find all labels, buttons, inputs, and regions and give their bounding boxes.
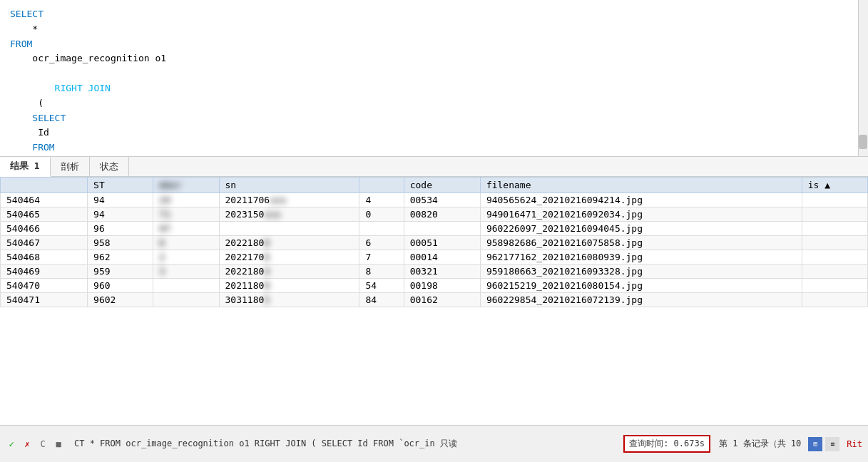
cell-st: 94 [88, 207, 153, 222]
cell-sn2 [359, 222, 404, 236]
table-row: 540469 959 3 20221804 8 00321 959180663_… [1, 265, 868, 279]
cell-mber: 3 [153, 265, 219, 279]
editor-scrollbar[interactable] [858, 0, 868, 156]
cell-filename: 949016471_20210216092034.jpg [480, 207, 802, 222]
col-blank [359, 178, 404, 193]
cell-mber: 97 [153, 222, 219, 236]
cell-code: 00162 [404, 293, 480, 307]
cell-sn2: 0 [359, 207, 404, 222]
results-area: ST mber sn code filename is ▲ 540464 94 … [0, 177, 868, 425]
sql-from-keyword: FROM [10, 38, 32, 49]
cell-mber: 24 [153, 193, 219, 207]
tab-profiling[interactable]: 剖析 [51, 157, 90, 176]
table-wrapper[interactable]: ST mber sn code filename is ▲ 540464 94 … [0, 177, 868, 425]
results-table: ST mber sn code filename is ▲ 540464 94 … [0, 177, 868, 307]
tab-status[interactable]: 状态 [90, 157, 129, 176]
page-info: 第 1 条记录（共 10 [719, 438, 801, 450]
table-row: 540465 94 71 2023150xxx 0 00820 94901647… [1, 207, 868, 222]
cell-filename: 960229854_20210216072139.jpg [480, 293, 802, 307]
status-bar: ✓ ✗ C ■ CT * FROM ocr_image_recognition … [0, 425, 868, 462]
col-is: is ▲ [802, 178, 867, 193]
cell-code: 00014 [404, 250, 480, 265]
grid-view-icon[interactable]: ⊞ [808, 437, 822, 451]
cell-is [802, 279, 867, 293]
cell-st: 962 [88, 250, 153, 265]
tab-results[interactable]: 结果 1 [0, 158, 51, 177]
cell-is [802, 222, 867, 236]
cell-sn2: 84 [359, 293, 404, 307]
cell-mber: 71 [153, 207, 219, 222]
cell-row-num: 540468 [1, 250, 88, 265]
sql-right-join-keyword: RIGHT JOIN [32, 83, 111, 93]
table-row: 540470 960 20211800 54 00198 960215219_2… [1, 279, 868, 293]
cell-filename: 959180663_20210216093328.jpg [480, 265, 802, 279]
cell-sn: 2023150xxx [219, 207, 359, 222]
cell-code: 00051 [404, 236, 480, 250]
cell-row-num: 540464 [1, 193, 88, 207]
cell-mber: 6 [153, 236, 219, 250]
cell-code: 00820 [404, 207, 480, 222]
table-row: 540471 9602 30311805 84 00162 960229854_… [1, 293, 868, 307]
cell-sn2: 7 [359, 250, 404, 265]
sql-editor: SELECT * FROM ocr_image_recognition o1 R… [0, 0, 868, 157]
table-row: 540468 962 2 20221706 7 00014 962177162_… [1, 250, 868, 265]
cell-sn2: 8 [359, 265, 404, 279]
cell-sn: 20221808 [219, 236, 359, 250]
close-icon[interactable]: ✗ [21, 438, 33, 450]
cell-filename: 960215219_20210216080154.jpg [480, 279, 802, 293]
col-code: code [404, 178, 480, 193]
tabs-bar: 结果 1 剖析 状态 [0, 157, 868, 177]
cell-is [802, 265, 867, 279]
rit-label: Rit [847, 439, 862, 449]
status-sql-text: CT * FROM ocr_image_recognition o1 RIGHT… [74, 438, 621, 450]
cell-st: 96 [88, 222, 153, 236]
cell-code: 00321 [404, 265, 480, 279]
cell-is [802, 193, 867, 207]
table-body: 540464 94 24 20211706xxx 4 00534 9405656… [1, 193, 868, 307]
cell-sn: 30311805 [219, 293, 359, 307]
cell-filename: 940565624_20210216094214.jpg [480, 193, 802, 207]
cell-st: 9602 [88, 293, 153, 307]
cell-is [802, 207, 867, 222]
cell-row-num: 540471 [1, 293, 88, 307]
editor-scrollbar-thumb[interactable] [859, 135, 867, 149]
col-id [1, 178, 88, 193]
cell-is [802, 293, 867, 307]
cell-sn: 20211800 [219, 279, 359, 293]
cell-code: 00198 [404, 279, 480, 293]
cell-code: 00534 [404, 193, 480, 207]
table-row: 540466 96 97 960226097_20210216094045.jp… [1, 222, 868, 236]
status-icons: ✓ ✗ C ■ [6, 438, 64, 450]
cell-sn: 20211706xxx [219, 193, 359, 207]
cell-sn [219, 222, 359, 236]
list-view-icon[interactable]: ≡ [825, 437, 839, 451]
cell-sn2: 4 [359, 193, 404, 207]
cell-sn2: 6 [359, 236, 404, 250]
cell-filename: 958982686_20210216075858.jpg [480, 236, 802, 250]
cell-st: 94 [88, 193, 153, 207]
sql-inner-from-keyword: FROM [32, 142, 54, 153]
check-icon[interactable]: ✓ [6, 438, 17, 450]
cell-filename: 960226097_20210216094045.jpg [480, 222, 802, 236]
refresh-icon[interactable]: C [37, 438, 48, 450]
cell-code [404, 222, 480, 236]
cell-sn: 20221804 [219, 265, 359, 279]
cell-st: 959 [88, 265, 153, 279]
cell-st: 958 [88, 236, 153, 250]
cell-row-num: 540469 [1, 265, 88, 279]
query-time-label: 查询时间: 0.673s [629, 438, 705, 448]
cell-mber [153, 279, 219, 293]
cell-mber [153, 293, 219, 307]
cell-row-num: 540470 [1, 279, 88, 293]
sql-inner-select-keyword: SELECT [32, 113, 66, 123]
table-row: 540467 958 6 20221808 6 00051 958982686_… [1, 236, 868, 250]
cell-row-num: 540465 [1, 207, 88, 222]
col-mber: mber [153, 178, 219, 193]
stop-icon[interactable]: ■ [53, 438, 64, 450]
cell-mber: 2 [153, 250, 219, 265]
table-row: 540464 94 24 20211706xxx 4 00534 9405656… [1, 193, 868, 207]
sql-table-name: ocr_image_recognition o1 [10, 53, 166, 63]
cell-is [802, 250, 867, 265]
col-st: ST [88, 178, 153, 193]
col-sn: sn [219, 178, 359, 193]
